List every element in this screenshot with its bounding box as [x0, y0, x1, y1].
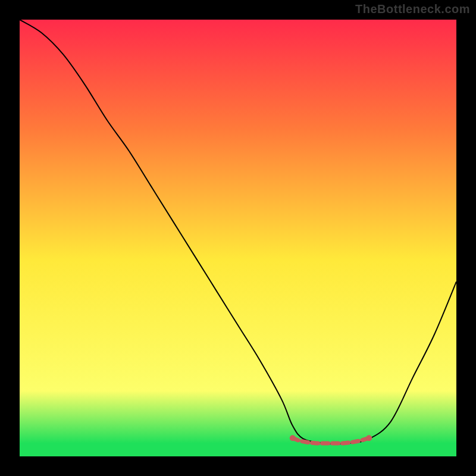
chart-frame: TheBottleneck.com [0, 0, 476, 476]
watermark-text: TheBottleneck.com [355, 2, 470, 16]
sweet-spot-endpoint [366, 435, 372, 441]
chart-svg [20, 20, 456, 456]
plot-area [20, 20, 456, 456]
sweet-spot-endpoint [290, 435, 296, 441]
